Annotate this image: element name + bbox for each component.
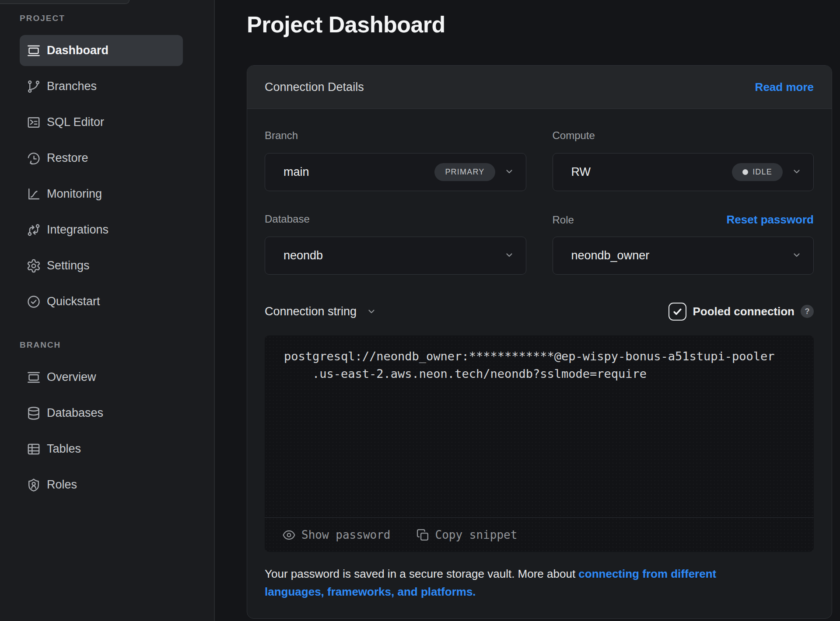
idle-status-badge: IDLE bbox=[732, 163, 783, 181]
show-password-button[interactable]: Show password bbox=[282, 528, 391, 542]
chevron-down-icon bbox=[504, 166, 514, 178]
connection-string-label: Connection string bbox=[265, 305, 357, 318]
databases-icon bbox=[26, 405, 42, 421]
sidebar: PROJECTDashboardBranchesSQL EditorRestor… bbox=[0, 0, 215, 621]
integrations-icon bbox=[26, 222, 42, 238]
sidebar-item-label: Quickstart bbox=[47, 295, 100, 308]
role-field: Role Reset password neondb_owner bbox=[553, 213, 814, 275]
overview-icon bbox=[26, 370, 42, 385]
eye-icon bbox=[282, 528, 296, 542]
settings-icon bbox=[26, 258, 42, 274]
card-body: Branch main PRIMARY bbox=[247, 109, 832, 618]
copy-snippet-button[interactable]: Copy snippet bbox=[416, 528, 518, 542]
sidebar-item-overview[interactable]: Overview bbox=[20, 362, 183, 393]
branches-icon bbox=[26, 79, 42, 94]
main-content: Project Dashboard Connection Details Rea… bbox=[215, 0, 840, 621]
restore-icon bbox=[26, 150, 42, 166]
compute-label: Compute bbox=[553, 129, 595, 142]
database-field: Database neondb bbox=[265, 213, 526, 275]
compute-select[interactable]: RW IDLE bbox=[553, 153, 814, 191]
role-value: neondb_owner bbox=[571, 249, 650, 262]
connection-string-dropdown[interactable]: Connection string bbox=[265, 305, 377, 318]
sidebar-item-sql-editor[interactable]: SQL Editor bbox=[20, 107, 183, 138]
branch-select[interactable]: main PRIMARY bbox=[265, 153, 526, 191]
chevron-down-icon bbox=[791, 166, 802, 178]
selectors-row-1: Branch main PRIMARY bbox=[265, 129, 814, 191]
sidebar-item-integrations[interactable]: Integrations bbox=[20, 214, 183, 245]
dashboard-icon bbox=[26, 43, 42, 59]
compute-value: RW bbox=[571, 165, 591, 179]
tables-icon bbox=[26, 441, 42, 457]
sidebar-item-databases[interactable]: Databases bbox=[20, 398, 183, 429]
card-title: Connection Details bbox=[265, 80, 364, 94]
sidebar-item-dashboard[interactable]: Dashboard bbox=[20, 35, 183, 66]
sidebar-item-label: Integrations bbox=[47, 223, 108, 237]
connection-string-row: Connection string Pooled connection ? bbox=[265, 302, 814, 321]
sidebar-item-label: Overview bbox=[47, 370, 96, 384]
sidebar-section-heading-project: PROJECT bbox=[20, 13, 65, 24]
selectors-row-2: Database neondb Role Reset password bbox=[265, 213, 814, 275]
roles-icon bbox=[26, 477, 42, 493]
app-window: PROJECTDashboardBranchesSQL EditorRestor… bbox=[0, 0, 840, 621]
branch-field: Branch main PRIMARY bbox=[265, 129, 526, 191]
read-more-link[interactable]: Read more bbox=[755, 80, 814, 94]
sidebar-item-label: Branches bbox=[47, 80, 97, 93]
database-select[interactable]: neondb bbox=[265, 237, 526, 275]
card-header: Connection Details Read more bbox=[247, 66, 832, 109]
sidebar-item-tables[interactable]: Tables bbox=[20, 433, 183, 464]
sidebar-item-settings[interactable]: Settings bbox=[20, 250, 183, 281]
checkmark-icon bbox=[672, 306, 683, 317]
sidebar-item-roles[interactable]: Roles bbox=[20, 469, 183, 500]
compute-field: Compute RW IDLE bbox=[553, 129, 814, 191]
pooled-connection-checkbox[interactable] bbox=[668, 303, 686, 321]
chevron-down-icon bbox=[366, 306, 377, 317]
connection-string-value-area[interactable]: postgresql://neondb_owner:************@e… bbox=[265, 335, 814, 517]
copy-icon bbox=[416, 528, 430, 542]
sidebar-item-quickstart[interactable]: Quickstart bbox=[20, 286, 183, 317]
chevron-down-icon bbox=[504, 250, 514, 262]
monitoring-icon bbox=[26, 186, 42, 202]
database-value: neondb bbox=[284, 249, 323, 262]
quickstart-icon bbox=[26, 294, 42, 310]
connection-string-box: postgresql://neondb_owner:************@e… bbox=[265, 335, 814, 552]
pooled-connection-label: Pooled connection bbox=[693, 305, 794, 318]
sidebar-top-partial-element[interactable] bbox=[0, 0, 130, 4]
sidebar-item-label: Settings bbox=[47, 259, 90, 272]
sidebar-item-restore[interactable]: Restore bbox=[20, 143, 183, 174]
role-select[interactable]: neondb_owner bbox=[553, 237, 814, 275]
help-icon[interactable]: ? bbox=[801, 305, 814, 318]
sidebar-item-label: Databases bbox=[47, 406, 103, 420]
sidebar-item-label: Roles bbox=[47, 478, 77, 492]
database-label: Database bbox=[265, 213, 310, 225]
connection-string-value: postgresql://neondb_owner:************@e… bbox=[284, 348, 796, 383]
connection-details-card: Connection Details Read more Branch main… bbox=[247, 65, 832, 619]
status-dot-icon bbox=[742, 169, 748, 175]
sidebar-item-monitoring[interactable]: Monitoring bbox=[20, 178, 183, 209]
sidebar-item-label: Dashboard bbox=[47, 44, 108, 57]
sql-editor-icon bbox=[26, 115, 42, 130]
pooled-connection-group: Pooled connection ? bbox=[668, 303, 814, 321]
branch-value: main bbox=[284, 165, 309, 179]
chevron-down-icon bbox=[791, 250, 802, 262]
branch-label: Branch bbox=[265, 129, 298, 142]
reset-password-link[interactable]: Reset password bbox=[727, 213, 814, 227]
role-label: Role bbox=[553, 214, 574, 226]
sidebar-item-label: SQL Editor bbox=[47, 115, 104, 129]
sidebar-item-label: Restore bbox=[47, 151, 88, 165]
sidebar-item-branches[interactable]: Branches bbox=[20, 71, 183, 102]
primary-badge: PRIMARY bbox=[434, 163, 495, 181]
sidebar-section-heading-branch: BRANCH bbox=[20, 340, 61, 350]
connection-string-toolbar: Show password Copy snippet bbox=[265, 517, 814, 552]
sidebar-item-label: Tables bbox=[47, 442, 81, 456]
sidebar-item-label: Monitoring bbox=[47, 187, 102, 201]
page-title: Project Dashboard bbox=[247, 11, 832, 38]
password-note: Your password is saved in a secure stora… bbox=[265, 565, 777, 601]
